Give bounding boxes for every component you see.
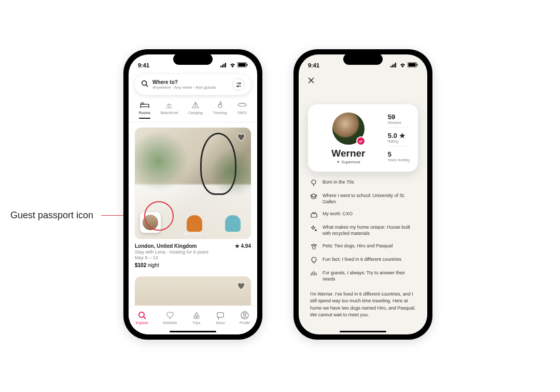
tent-icon [191, 100, 200, 109]
svg-line-21 [144, 317, 146, 319]
category-tabs: Rooms Beachfront Camping Trending OMG! [129, 100, 257, 122]
category-label: Rooms [139, 111, 150, 115]
signal-icon [220, 62, 228, 68]
status-icons [390, 62, 418, 68]
category-tab-rooms[interactable]: Rooms [139, 100, 150, 119]
iphone-notch [343, 53, 383, 65]
nav-trips[interactable]: Trips [192, 311, 201, 325]
bed-icon [140, 100, 149, 109]
listing-price: $102 night [135, 262, 251, 268]
bottom-nav: Explore Wishlists Trips Inbox Profile [129, 305, 257, 334]
search-icon [141, 80, 148, 89]
svg-point-37 [311, 244, 313, 246]
wishlist-heart-button[interactable] [235, 281, 247, 292]
reviews-count: 59 [388, 113, 410, 121]
annotation-label: Guest passport icon [10, 210, 93, 221]
category-tab-beachfront[interactable]: Beachfront [161, 100, 178, 119]
battery-icon [237, 62, 248, 68]
nav-label: Explore [136, 321, 148, 325]
detail-funfact: Fun fact: I lived in 6 different countri… [310, 256, 416, 264]
svg-rect-3 [225, 63, 226, 67]
sparkle-icon [310, 225, 317, 232]
annotation-highlight-circle [144, 201, 174, 231]
lightbulb-icon [310, 257, 317, 264]
wifi-icon [399, 62, 406, 68]
nav-label: Profile [240, 321, 250, 325]
category-label: Camping [188, 111, 203, 115]
rating-label: Rating [388, 139, 410, 143]
category-tab-omg[interactable]: OMG! [237, 100, 247, 119]
flame-icon [215, 100, 225, 109]
carousel-dots [185, 233, 201, 235]
svg-line-8 [146, 85, 148, 87]
status-icons [220, 62, 248, 68]
nav-label: Wishlists [163, 321, 177, 325]
balloon-icon [310, 179, 317, 187]
category-tab-trending[interactable]: Trending [213, 100, 227, 119]
wifi-icon [229, 62, 236, 68]
chat-icon [216, 311, 225, 320]
nav-wishlists[interactable]: Wishlists [163, 311, 177, 325]
signal-icon [390, 62, 398, 68]
filter-button[interactable] [232, 78, 245, 91]
category-tab-camping[interactable]: Camping [188, 100, 203, 119]
briefcase-icon [310, 211, 317, 218]
close-button[interactable] [306, 75, 316, 86]
listing-decor-chair [187, 215, 202, 232]
detail-guests: For guests, I always: Try to answer thei… [310, 270, 416, 282]
search-title: Where to? [152, 79, 228, 85]
svg-rect-1 [222, 65, 223, 67]
years-hosting: 5 [388, 150, 410, 158]
detail-born: Born in the 70s [310, 179, 416, 187]
phone-mockup-explore: 9:41 Where to? Anywhere · Any week · Add… [123, 49, 262, 340]
nav-inbox[interactable]: Inbox [216, 311, 225, 325]
iphone-notch [173, 53, 213, 65]
svg-point-38 [313, 244, 315, 245]
nav-explore[interactable]: Explore [136, 311, 148, 325]
beach-icon [164, 100, 174, 109]
listing-rating: ★ 4.94 [235, 243, 251, 249]
home-indicator [170, 331, 216, 332]
category-label: Trending [213, 111, 227, 115]
svg-point-20 [139, 312, 144, 317]
svg-rect-28 [395, 63, 396, 67]
graduation-icon [310, 193, 317, 200]
superhost-label: ✦ Superhost [337, 160, 360, 164]
svg-point-7 [142, 81, 147, 86]
detail-pets: Pets: Two dogs, Hiro and Pasqual [310, 243, 416, 250]
status-time: 9:41 [138, 62, 149, 68]
svg-rect-36 [311, 214, 317, 217]
nav-label: Inbox [216, 321, 225, 325]
listing-dates: May 8 – 13 [135, 255, 251, 260]
svg-rect-30 [409, 63, 416, 67]
svg-rect-31 [417, 64, 418, 66]
svg-rect-0 [220, 66, 221, 67]
listing-host: Stay with Lena · Hosting for 8 years [135, 249, 251, 255]
phone-mockup-host-profile: 9:41 Werner ✦ Superhost [293, 49, 432, 340]
user-icon [240, 311, 249, 320]
nav-profile[interactable]: Profile [240, 311, 250, 325]
nav-label: Trips [192, 321, 200, 325]
search-bar[interactable]: Where to? Anywhere · Any week · Add gues… [135, 74, 251, 95]
hands-icon [310, 270, 317, 277]
battery-icon [408, 62, 418, 68]
svg-point-24 [243, 313, 246, 316]
search-icon [137, 311, 147, 320]
home-indicator [340, 331, 386, 332]
listing-decor-chair [225, 215, 241, 232]
svg-point-12 [237, 85, 239, 87]
svg-point-34 [312, 180, 316, 184]
paw-icon [310, 243, 317, 250]
airbnb-icon [192, 311, 201, 320]
ufo-icon [237, 100, 247, 109]
svg-rect-25 [390, 66, 391, 67]
host-details-list: Born in the 70s Where I went to school: … [299, 179, 427, 282]
wishlist-heart-button[interactable] [235, 132, 247, 143]
svg-point-40 [312, 246, 315, 249]
svg-rect-27 [394, 64, 395, 67]
host-name: Werner [331, 148, 365, 159]
listing-image-next[interactable] [135, 276, 251, 309]
reviews-label: Reviews [388, 121, 410, 124]
detail-work: My work: CXO [310, 211, 416, 218]
heart-icon [165, 311, 175, 320]
